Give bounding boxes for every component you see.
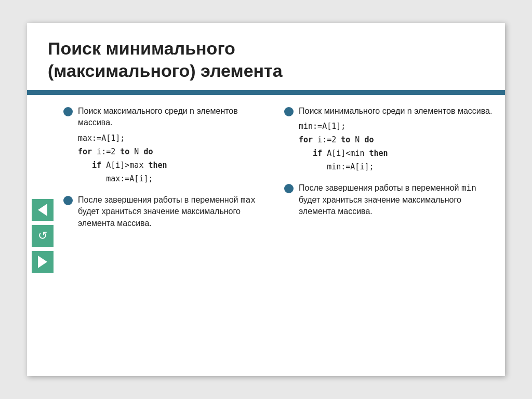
left-bullet-1: Поиск максимального среди n элементов ма…	[63, 105, 274, 188]
right-code-block: min:=A[1]; for i:=2 to N do if A[i]<min …	[299, 120, 495, 174]
code-line-2: for i:=2 to N do	[78, 148, 153, 157]
code-line-1: max:=A[1];	[78, 135, 125, 143]
code-line-4: max:=A[i];	[78, 175, 153, 184]
rcode-line-4: min:=A[i];	[299, 163, 374, 172]
arrow-left-icon	[38, 204, 47, 216]
slide-title: Поиск минимального (максимального) элеме…	[48, 37, 484, 82]
nav-sidebar: ↺	[27, 105, 58, 366]
left-bullet-2: После завершения работы в переменной max…	[63, 194, 274, 231]
title-area: Поиск минимального (максимального) элеме…	[27, 23, 505, 90]
right-bullet-2: После завершения работы в переменной min…	[284, 182, 495, 219]
left-column: Поиск максимального среди n элементов ма…	[63, 105, 274, 366]
nav-back-button[interactable]	[32, 199, 54, 221]
bullet-dot	[63, 107, 73, 116]
bullet-dot-2	[63, 196, 73, 205]
arrow-right-icon	[38, 256, 47, 268]
rcode-line-3: if A[i]<min then	[299, 150, 388, 158]
bullet-dot-r2	[284, 184, 294, 193]
right-column: Поиск минимального среди n элементов мас…	[284, 105, 495, 366]
nav-forward-button[interactable]	[32, 251, 54, 273]
bullet-dot-r1	[284, 107, 294, 116]
home-icon: ↺	[38, 230, 47, 242]
content-area: ↺ Поиск максимального среди n элементов …	[27, 95, 505, 376]
rcode-line-2: for i:=2 to N do	[299, 136, 374, 145]
rcode-line-1: min:=A[1];	[299, 123, 345, 131]
code-line-3: if A[i]>max then	[78, 162, 167, 170]
divider-bar	[27, 90, 505, 95]
nav-home-button[interactable]: ↺	[32, 225, 54, 247]
right-bullet-1-content: Поиск минимального среди n элементов мас…	[299, 105, 495, 176]
left-bullet-2-content: После завершения работы в переменной max…	[78, 194, 274, 231]
columns: Поиск максимального среди n элементов ма…	[58, 105, 505, 366]
left-bullet-1-content: Поиск максимального среди n элементов ма…	[78, 105, 274, 188]
right-bullet-2-content: После завершения работы в переменной min…	[299, 182, 495, 219]
left-code-block: max:=A[1]; for i:=2 to N do if A[i]>max …	[78, 132, 274, 186]
slide: Поиск минимального (максимального) элеме…	[27, 23, 505, 376]
right-bullet-1: Поиск минимального среди n элементов мас…	[284, 105, 495, 176]
